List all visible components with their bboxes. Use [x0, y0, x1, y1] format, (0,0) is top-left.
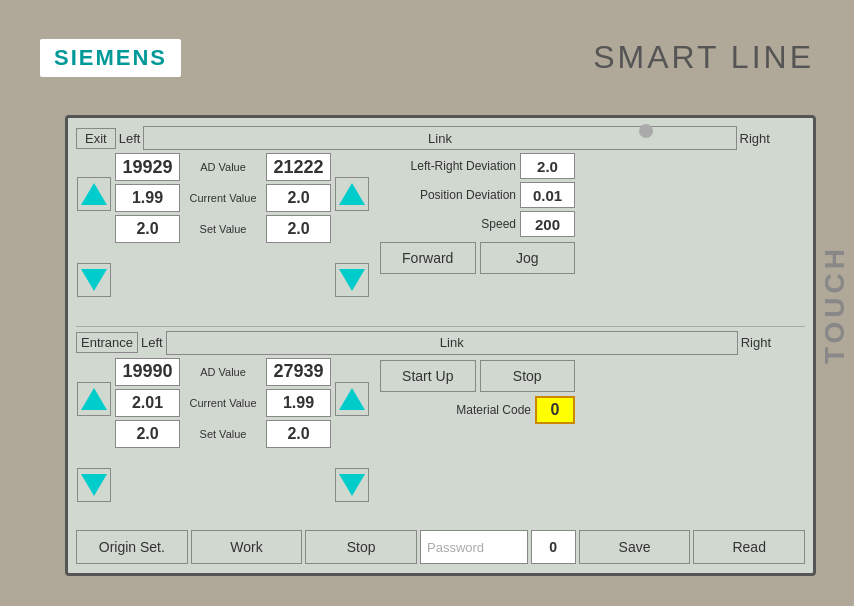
right-down-button-bot[interactable] — [335, 468, 369, 502]
speed-value: 200 — [520, 211, 575, 237]
outer-panel: SIEMENS SMART LINE TOUCH Exit Left Link … — [0, 0, 854, 606]
left-down-button-top[interactable] — [77, 263, 111, 297]
set-label-b: Set Value — [200, 420, 247, 448]
ad-label: AD Value — [200, 153, 246, 181]
right-set-bot: 2.0 — [266, 420, 331, 448]
right-down-icon-b — [339, 474, 365, 496]
right-up-icon — [339, 183, 365, 205]
divider — [76, 326, 805, 327]
password-value: 0 — [531, 530, 576, 564]
work-button[interactable]: Work — [191, 530, 303, 564]
left-up-button-top[interactable] — [77, 177, 111, 211]
speed-label: Speed — [380, 217, 516, 231]
spacer-b — [373, 358, 377, 527]
touch-text: TOUCH — [819, 245, 851, 364]
left-col-label-b: Left — [141, 335, 163, 350]
password-field[interactable]: Password — [420, 530, 528, 564]
stop-bottom-button[interactable]: Stop — [305, 530, 417, 564]
bottom-bar: Origin Set. Work Stop Password 0 Save Re… — [76, 529, 805, 565]
material-label: Material Code — [380, 403, 531, 417]
screen: Exit Left Link Right — [65, 115, 816, 576]
right-values-bot: 27939 1.99 2.0 — [266, 358, 331, 527]
password-placeholder: Password — [427, 540, 484, 555]
startup-button[interactable]: Start Up — [380, 360, 476, 392]
lr-deviation-label: Left-Right Deviation — [380, 159, 516, 173]
indicator-dot — [639, 124, 653, 138]
right-current-top: 2.0 — [266, 184, 331, 212]
jog-button[interactable]: Jog — [480, 242, 576, 274]
touch-label-panel: TOUCH — [816, 115, 854, 495]
link-col-top: AD Value Current Value Set Value — [183, 153, 263, 322]
link-bottom-button[interactable]: Link — [166, 331, 738, 355]
left-ad-value-top: 19929 — [115, 153, 180, 181]
right-set-top: 2.0 — [266, 215, 331, 243]
siemens-logo: SIEMENS — [40, 39, 181, 77]
lr-deviation-value: 2.0 — [520, 153, 575, 179]
material-row: Material Code 0 — [380, 395, 575, 425]
main-grid: Exit Left Link Right — [76, 126, 805, 565]
stop-button[interactable]: Stop — [480, 360, 576, 392]
ad-label-b: AD Value — [200, 358, 246, 386]
left-arrow-col-top — [76, 153, 112, 322]
left-col-label: Left — [119, 131, 141, 146]
left-values-bot: 19990 2.01 2.0 — [115, 358, 180, 527]
forward-jog-row: Forward Jog — [380, 242, 575, 274]
set-label: Set Value — [200, 215, 247, 243]
left-ad-value-bot: 19990 — [115, 358, 180, 386]
left-set-bot: 2.0 — [115, 420, 180, 448]
exit-button[interactable]: Exit — [76, 128, 116, 149]
right-arrow-col-top — [334, 153, 370, 322]
left-arrow-col-bot — [76, 358, 112, 527]
right-ad-value-bot: 27939 — [266, 358, 331, 386]
left-current-top: 1.99 — [115, 184, 180, 212]
left-up-button-bot[interactable] — [77, 382, 111, 416]
material-value: 0 — [535, 396, 575, 424]
right-col-label-b: Right — [741, 335, 771, 350]
entrance-label: Entrance — [76, 332, 138, 353]
up-arrow-icon-b — [81, 388, 107, 410]
read-button[interactable]: Read — [693, 530, 805, 564]
down-arrow-icon-b — [81, 474, 107, 496]
link-col-bot: AD Value Current Value Set Value — [183, 358, 263, 527]
spacer — [373, 153, 377, 322]
pos-deviation-row: Position Deviation 0.01 — [380, 182, 575, 208]
left-set-top: 2.0 — [115, 215, 180, 243]
right-up-button-top[interactable] — [335, 177, 369, 211]
right-arrow-col-bot — [334, 358, 370, 527]
info-panel: Left-Right Deviation 2.0 Position Deviat… — [380, 153, 575, 322]
origin-set-button[interactable]: Origin Set. — [76, 530, 188, 564]
up-arrow-icon — [81, 183, 107, 205]
bottom-data-rows: 19990 2.01 2.0 AD Value Current Value Se… — [76, 358, 805, 527]
speed-row: Speed 200 — [380, 211, 575, 237]
lr-deviation-row: Left-Right Deviation 2.0 — [380, 153, 575, 179]
save-button[interactable]: Save — [579, 530, 691, 564]
forward-button[interactable]: Forward — [380, 242, 476, 274]
top-header-row: Exit Left Link Right — [76, 126, 805, 150]
left-current-bot: 2.01 — [115, 389, 180, 417]
bottom-header-row: Entrance Left Link Right — [76, 331, 805, 355]
product-title: SMART LINE — [593, 39, 814, 76]
startup-stop-row: Start Up Stop — [380, 360, 575, 392]
action-panel-bot: Start Up Stop Material Code 0 — [380, 358, 575, 527]
right-up-icon-b — [339, 388, 365, 410]
down-arrow-icon — [81, 269, 107, 291]
right-down-icon — [339, 269, 365, 291]
left-values-top: 19929 1.99 2.0 — [115, 153, 180, 322]
right-current-bot: 1.99 — [266, 389, 331, 417]
pos-deviation-value: 0.01 — [520, 182, 575, 208]
right-up-button-bot[interactable] — [335, 382, 369, 416]
header: SIEMENS SMART LINE — [0, 0, 854, 115]
right-down-button-top[interactable] — [335, 263, 369, 297]
pos-deviation-label: Position Deviation — [380, 188, 516, 202]
top-data-rows: 19929 1.99 2.0 AD Value Current Value Se… — [76, 153, 805, 322]
right-col-label: Right — [740, 131, 770, 146]
right-ad-value-top: 21222 — [266, 153, 331, 181]
current-label-b: Current Value — [189, 389, 256, 417]
right-values-top: 21222 2.0 2.0 — [266, 153, 331, 322]
current-label: Current Value — [189, 184, 256, 212]
left-down-button-bot[interactable] — [77, 468, 111, 502]
